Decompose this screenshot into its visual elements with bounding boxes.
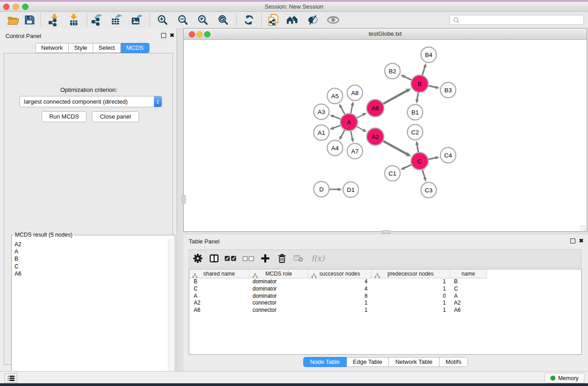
- table-cell[interactable]: C: [450, 286, 487, 293]
- network-close-traffic-light[interactable]: [189, 31, 195, 38]
- edge-A-A2[interactable]: [357, 127, 364, 131]
- table-cell[interactable]: connector: [249, 307, 308, 314]
- network-window-titlebar[interactable]: testGlobe.txt: [184, 29, 587, 40]
- create-column-button[interactable]: [258, 251, 273, 266]
- edge-B-B2[interactable]: [403, 76, 411, 80]
- mcds-result-item[interactable]: A6: [14, 270, 21, 277]
- table-row[interactable]: Cdominator41C: [189, 286, 581, 293]
- select-all-button[interactable]: [223, 251, 238, 266]
- close-traffic-light[interactable]: [3, 4, 10, 10]
- table-close-panel-icon[interactable]: ✖: [579, 238, 583, 243]
- table-cell[interactable]: dominator: [249, 286, 308, 293]
- toggle-detail-button[interactable]: [305, 13, 320, 27]
- column-header-shared-name[interactable]: shared name: [189, 269, 249, 278]
- apply-layout-button[interactable]: [241, 13, 257, 27]
- save-session-button[interactable]: [22, 13, 37, 27]
- export-network-button[interactable]: [90, 13, 105, 27]
- table-cell[interactable]: 1: [372, 300, 450, 307]
- edge-A-A1[interactable]: [333, 125, 340, 129]
- import-network-button[interactable]: [47, 13, 62, 27]
- tab-network-table[interactable]: Network Table: [389, 357, 439, 367]
- close-panel-icon[interactable]: ✖: [170, 33, 174, 38]
- zoom-traffic-light[interactable]: [22, 4, 29, 10]
- tab-motifs[interactable]: Motifs: [440, 357, 468, 367]
- edge-B-B1[interactable]: [417, 93, 418, 100]
- float-panel-icon[interactable]: [161, 33, 166, 38]
- deselect-all-button[interactable]: [240, 251, 256, 266]
- splitter-handle-vertical[interactable]: [182, 195, 186, 204]
- optimization-select[interactable]: largest connected component (directed) ▲…: [19, 96, 162, 107]
- edge-A-A5[interactable]: [340, 106, 344, 114]
- column-header-mcds-role[interactable]: MCDS role: [249, 269, 308, 278]
- table-cell[interactable]: connector: [249, 300, 308, 307]
- table-cell[interactable]: 0: [372, 293, 450, 300]
- table-row[interactable]: A2connector11A2: [189, 300, 581, 307]
- table-cell[interactable]: A: [450, 293, 487, 300]
- tab-node-table[interactable]: Node Table: [303, 357, 347, 367]
- open-session-button[interactable]: [5, 13, 21, 27]
- edge-B-B3[interactable]: [429, 86, 437, 87]
- task-history-button[interactable]: [5, 373, 17, 383]
- edge-A6-B[interactable]: [383, 91, 408, 104]
- edge-C-C2[interactable]: [417, 144, 418, 152]
- edge-A-A3[interactable]: [333, 116, 340, 119]
- zoom-selected-button[interactable]: [215, 13, 231, 27]
- table-cell[interactable]: 1: [372, 278, 450, 286]
- network-zoom-traffic-light[interactable]: [204, 31, 210, 38]
- mcds-result-item[interactable]: A: [14, 248, 21, 255]
- table-cell[interactable]: C: [189, 286, 249, 293]
- show-column-button[interactable]: [206, 251, 222, 266]
- network-graph[interactable]: B4B2BB3A8A5A6A3B1AA1C2A2A4A7C4CC1C3DD1: [184, 39, 586, 231]
- table-cell[interactable]: A6: [450, 307, 487, 314]
- export-image-button[interactable]: [129, 13, 145, 27]
- window-resize-corner[interactable]: [580, 225, 586, 231]
- table-cell[interactable]: dominator: [249, 293, 308, 300]
- table-float-panel-icon[interactable]: [570, 238, 575, 243]
- column-settings-button[interactable]: [190, 251, 206, 266]
- table-row[interactable]: Bdominator41B: [189, 278, 581, 286]
- network-minimize-traffic-light[interactable]: [196, 31, 203, 38]
- table-cell[interactable]: 1: [372, 307, 450, 314]
- column-header-successor-nodes[interactable]: successor nodes: [308, 269, 372, 278]
- delete-table-button[interactable]: [291, 251, 306, 266]
- memory-button[interactable]: Memory: [545, 373, 584, 383]
- function-builder-button[interactable]: f(x): [308, 251, 328, 266]
- home-view-button[interactable]: [285, 13, 301, 27]
- edge-C-C1[interactable]: [403, 165, 411, 168]
- delete-column-button[interactable]: [274, 251, 290, 266]
- clone-network-button[interactable]: [266, 13, 281, 27]
- edge-C-C4[interactable]: [429, 157, 436, 159]
- table-cell[interactable]: B: [450, 278, 487, 286]
- edge-A-A4[interactable]: [341, 130, 345, 138]
- mcds-result-scrollbar[interactable]: [168, 239, 174, 386]
- table-cell[interactable]: 1: [308, 300, 372, 307]
- run-mcds-button[interactable]: Run MCDS: [42, 111, 86, 122]
- tab-style[interactable]: Style: [69, 43, 93, 53]
- table-cell[interactable]: 4: [308, 286, 372, 293]
- minimize-traffic-light[interactable]: [13, 4, 19, 10]
- edge-A2-C[interactable]: [383, 141, 408, 155]
- table-row[interactable]: Adominator80A: [189, 293, 581, 300]
- table-cell[interactable]: dominator: [249, 278, 308, 286]
- zoom-out-button[interactable]: [175, 13, 191, 27]
- close-panel-button[interactable]: Close panel: [92, 111, 139, 122]
- table-cell[interactable]: A2: [450, 300, 487, 307]
- tab-select[interactable]: Select: [93, 43, 121, 53]
- export-table-button[interactable]: [109, 13, 124, 27]
- table-row[interactable]: A6connector11A6: [189, 307, 581, 314]
- edge-C-C3[interactable]: [422, 170, 425, 179]
- zoom-in-button[interactable]: [155, 13, 170, 27]
- column-header-predecessor-nodes[interactable]: predecessor nodes: [372, 269, 450, 278]
- table-cell[interactable]: 8: [308, 293, 372, 300]
- edge-B-B4[interactable]: [422, 66, 425, 75]
- table-cell[interactable]: A: [189, 293, 249, 300]
- edge-A-A7[interactable]: [351, 131, 353, 139]
- table-cell[interactable]: A6: [189, 307, 249, 314]
- column-header-name[interactable]: name: [450, 269, 487, 278]
- mcds-result-item[interactable]: C: [14, 263, 21, 270]
- mcds-result-item[interactable]: B: [14, 255, 21, 262]
- tab-edge-table[interactable]: Edge Table: [347, 357, 389, 367]
- table-cell[interactable]: A2: [189, 300, 249, 307]
- splitter-handle-horizontal[interactable]: [382, 230, 391, 234]
- import-table-button[interactable]: [66, 13, 81, 27]
